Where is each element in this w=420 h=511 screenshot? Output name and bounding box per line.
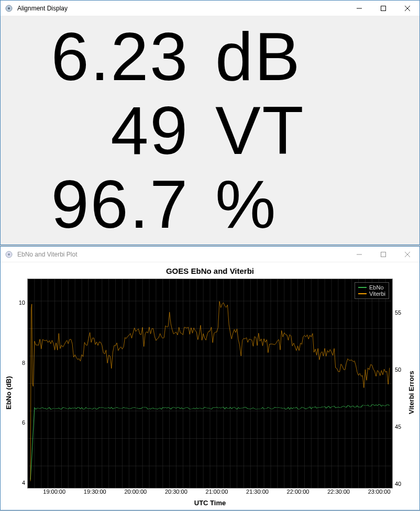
y-right-tick: 55	[395, 309, 401, 316]
x-tick: 22:00:00	[287, 488, 310, 495]
legend-entry-viterbi: Viterbi	[358, 291, 385, 297]
alignment-display-window: Alignment Display 6.23 dB 49 VT 96.7 %	[0, 0, 420, 245]
x-tick: 21:00:00	[206, 488, 228, 495]
chart-body: EbNo (dB) 10864 EbNo Viterbi	[4, 279, 416, 507]
percent-value: 96.7	[10, 170, 210, 238]
app-icon	[5, 250, 13, 259]
y-left-tick: 6	[22, 419, 25, 426]
maximize-button[interactable]	[371, 1, 395, 16]
viterbi-unit: VT	[210, 96, 410, 164]
window-title: EbNo and Viterbi Plot	[17, 251, 347, 258]
ebno-value: 6.23	[10, 23, 210, 91]
close-button[interactable]	[395, 1, 419, 16]
window-controls	[347, 1, 419, 16]
titlebar[interactable]: Alignment Display	[1, 1, 419, 16]
y-right-tick: 50	[395, 366, 401, 373]
close-button[interactable]	[395, 247, 419, 262]
minimize-button[interactable]	[347, 1, 371, 16]
window-controls	[347, 247, 419, 262]
app-icon	[5, 4, 13, 13]
svg-point-1	[8, 7, 10, 9]
x-tick: 20:30:00	[165, 488, 187, 495]
legend-label-viterbi: Viterbi	[369, 291, 385, 297]
legend-entry-ebno: EbNo	[358, 284, 385, 291]
viterbi-value: 49	[10, 96, 210, 164]
ebno-viterbi-plot-window: EbNo and Viterbi Plot GOES EbNo and Vite…	[0, 246, 420, 510]
x-tick: 19:30:00	[84, 488, 106, 495]
x-tick: 20:00:00	[124, 488, 147, 495]
maximize-button[interactable]	[371, 247, 395, 262]
y-left-tick: 8	[22, 360, 25, 366]
x-tick: 21:30:00	[246, 488, 269, 495]
y-left-tick: 4	[22, 480, 25, 486]
alignment-readout: 6.23 dB 49 VT 96.7 %	[1, 16, 419, 245]
legend-label-ebno: EbNo	[369, 284, 384, 291]
chart-panel: GOES EbNo and Viterbi EbNo (dB) 10864 Eb…	[1, 262, 419, 510]
y-axis-right-label: Viterbi Errors	[406, 279, 416, 507]
svg-rect-9	[381, 252, 386, 257]
chart-title: GOES EbNo and Viterbi	[4, 266, 416, 275]
svg-point-7	[8, 253, 10, 256]
y-axis-left-ticks: 10864	[14, 279, 27, 507]
y-axis-left-label: EbNo (dB)	[4, 279, 14, 507]
ebno-unit: dB	[210, 23, 410, 91]
y-right-tick: 45	[395, 424, 401, 430]
svg-rect-3	[381, 6, 386, 10]
plot-column: EbNo Viterbi 19:00:0019:30:0020:00:0020:…	[27, 279, 393, 507]
plot-svg	[28, 279, 392, 488]
y-right-tick: 40	[395, 481, 401, 487]
x-tick: 19:00:00	[43, 488, 65, 495]
x-axis-ticks: 19:00:0019:30:0020:00:0020:30:0021:00:00…	[27, 488, 393, 497]
minimize-button[interactable]	[347, 247, 371, 262]
x-tick: 23:00:00	[368, 488, 391, 495]
legend: EbNo Viterbi	[355, 282, 389, 299]
x-axis-label: UTC Time	[27, 499, 393, 507]
y-axis-right-ticks: 55504540	[393, 279, 406, 507]
window-title: Alignment Display	[17, 5, 347, 12]
plot-area[interactable]: EbNo Viterbi	[27, 279, 393, 488]
titlebar[interactable]: EbNo and Viterbi Plot	[1, 247, 419, 262]
legend-swatch-viterbi	[358, 293, 367, 294]
y-left-tick: 10	[19, 299, 25, 306]
x-tick: 22:30:00	[327, 488, 350, 495]
legend-swatch-ebno	[358, 287, 367, 288]
percent-unit: %	[210, 170, 410, 238]
